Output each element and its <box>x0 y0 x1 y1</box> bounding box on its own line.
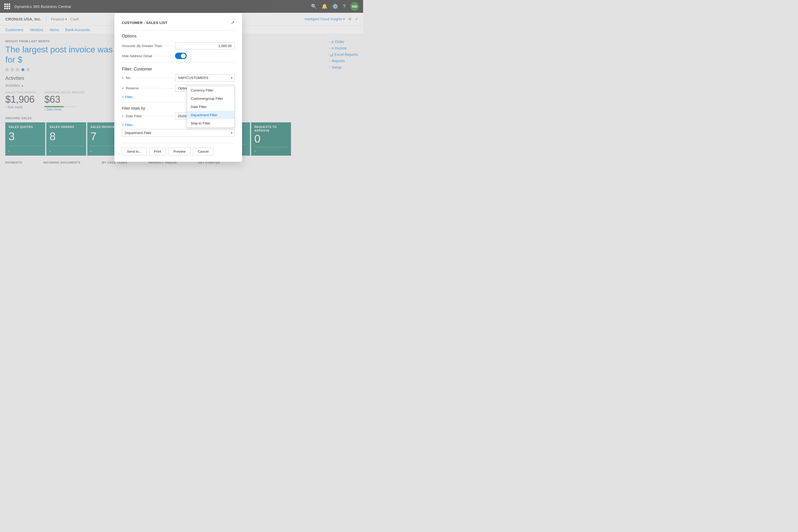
filter-dropdown: Currency Filter Customergroup Filter Dat… <box>187 86 234 128</box>
department-filter-row: Currency Filter Customergroup Filter Dat… <box>122 129 234 137</box>
cancel-button[interactable]: Cancel <box>193 148 214 155</box>
dialog-expand-icon[interactable]: ↗ <box>231 20 234 25</box>
no-filter-chevron: ▾ <box>231 76 232 80</box>
no-filter-select[interactable]: %MYCUSTOMERS ▾ <box>175 74 234 81</box>
reserve-filter-remove[interactable]: × <box>122 87 124 90</box>
hide-address-label: Hide Address Detail <box>122 54 175 58</box>
no-filter-control: %MYCUSTOMERS ▾ <box>175 74 234 81</box>
amounts-row: Amounts ($) Greater Than <box>122 42 234 50</box>
date-filter-remove[interactable]: × <box>122 114 124 118</box>
currency-filter-option[interactable]: Currency Filter <box>187 86 234 94</box>
options-divider <box>122 62 234 62</box>
date-filter-option[interactable]: Date Filter <box>187 103 234 111</box>
filter-customer-title: Filter: Customer <box>122 67 234 72</box>
hide-address-control <box>175 53 234 59</box>
dialog-footer: Send to... Print Preview Cancel <box>122 143 234 155</box>
shipto-filter-option[interactable]: Ship-to Filter <box>187 119 234 128</box>
dialog-title: CUSTOMER - SALES LIST <box>122 21 167 25</box>
no-filter-remove[interactable]: × <box>122 76 124 80</box>
send-to-button[interactable]: Send to... <box>122 148 147 155</box>
date-filter-label: × Date Filter <box>122 114 175 118</box>
customer-sales-list-dialog: CUSTOMER - SALES LIST ↗ Options Amounts … <box>114 13 242 162</box>
amounts-input[interactable] <box>175 42 234 50</box>
amounts-label: Amounts ($) Greater Than <box>122 44 175 48</box>
no-filter-label: × No. <box>122 76 175 80</box>
hide-address-toggle[interactable] <box>175 53 187 59</box>
dialog-header: CUSTOMER - SALES LIST ↗ <box>122 20 234 25</box>
options-title: Options <box>122 34 234 39</box>
header-divider <box>122 30 234 31</box>
department-filter-input[interactable] <box>122 129 234 137</box>
preview-button[interactable]: Preview <box>168 148 190 155</box>
amounts-control <box>175 42 234 50</box>
reserve-filter-label: × Reserve <box>122 86 175 90</box>
hide-address-row: Hide Address Detail <box>122 53 234 59</box>
no-filter-row: × No. %MYCUSTOMERS ▾ <box>122 74 234 81</box>
department-filter-option[interactable]: Department Filter <box>187 111 234 119</box>
customergroup-filter-option[interactable]: Customergroup Filter <box>187 94 234 103</box>
print-button[interactable]: Print <box>149 148 166 155</box>
